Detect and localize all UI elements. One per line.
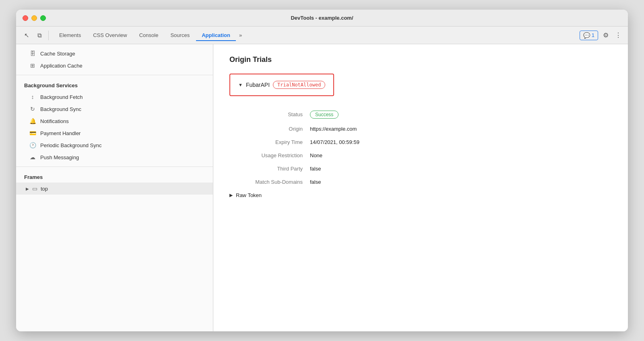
status-label: Status <box>229 111 310 117</box>
cursor-icon: ↖ <box>24 32 29 39</box>
origin-trial-block: ▼ FubarAPI TrialNotAllowed <box>229 74 334 96</box>
details-row-status: Status Success <box>229 111 612 119</box>
sidebar-item-payment-handler[interactable]: 💳 Payment Handler <box>16 127 213 139</box>
sidebar-item-background-sync[interactable]: ↻ Background Sync <box>16 103 213 115</box>
raw-token-row[interactable]: ▶ Raw Token <box>229 192 612 198</box>
tab-sources[interactable]: Sources <box>165 30 195 41</box>
sidebar-item-background-fetch[interactable]: ↕ Background Fetch <box>16 91 213 103</box>
frames-arrow-icon: ▶ <box>26 187 29 191</box>
device-toggle-button[interactable]: ⧉ <box>34 30 45 41</box>
traffic-lights <box>23 15 46 21</box>
chat-badge-button[interactable]: 💬 1 <box>580 31 598 40</box>
origin-value: https://example.com <box>310 126 357 132</box>
frames-top-label: top <box>41 186 48 192</box>
tab-application[interactable]: Application <box>196 30 236 41</box>
settings-icon[interactable]: ⚙ <box>601 30 610 41</box>
notifications-icon: 🔔 <box>29 118 36 124</box>
details-row-usage-restriction: Usage Restriction None <box>229 152 612 158</box>
more-options-icon[interactable]: ⋮ <box>613 30 623 41</box>
match-subdomains-label: Match Sub-Domains <box>229 179 310 185</box>
background-services-header: Background Services <box>16 78 213 91</box>
sidebar: 🗄 Cache Storage ⊞ Application Cache Back… <box>16 44 213 331</box>
expiry-label: Expiry Time <box>229 139 310 145</box>
usage-restriction-label: Usage Restriction <box>229 152 310 158</box>
sidebar-item-application-cache[interactable]: ⊞ Application Cache <box>16 60 213 72</box>
sidebar-item-label: Push Messaging <box>40 154 79 160</box>
details-table: Status Success Origin https://example.co… <box>229 111 612 198</box>
main-content: 🗄 Cache Storage ⊞ Application Cache Back… <box>16 44 628 331</box>
sidebar-item-push-messaging[interactable]: ☁ Push Messaging <box>16 151 213 163</box>
details-row-match-subdomains: Match Sub-Domains false <box>229 179 612 185</box>
payment-handler-icon: 💳 <box>29 130 36 136</box>
sidebar-item-label: Notifications <box>40 118 69 124</box>
content-panel: Origin Trials ▼ FubarAPI TrialNotAllowed… <box>213 44 628 331</box>
sidebar-item-label: Background Sync <box>40 106 81 112</box>
periodic-sync-icon: 🕐 <box>29 142 36 148</box>
usage-restriction-value: None <box>310 152 322 158</box>
cache-storage-icon: 🗄 <box>29 50 36 57</box>
third-party-value: false <box>310 166 321 172</box>
details-row-third-party: Third Party false <box>229 166 612 172</box>
origin-label: Origin <box>229 126 310 132</box>
more-tabs-button[interactable]: » <box>237 31 244 40</box>
tab-css-overview[interactable]: CSS Overview <box>87 30 133 41</box>
device-icon: ⧉ <box>37 32 42 39</box>
sidebar-item-frames-top[interactable]: ▶ ▭ top <box>16 183 213 195</box>
sidebar-item-label: Payment Handler <box>40 130 80 136</box>
background-fetch-icon: ↕ <box>29 94 36 100</box>
maximize-button[interactable] <box>40 15 46 21</box>
trial-not-allowed-badge: TrialNotAllowed <box>273 81 325 89</box>
frames-page-icon: ▭ <box>32 185 37 192</box>
trial-chevron-icon[interactable]: ▼ <box>238 82 243 87</box>
push-messaging-icon: ☁ <box>29 154 36 160</box>
toolbar-right: 💬 1 ⚙ ⋮ <box>580 30 623 41</box>
application-cache-icon: ⊞ <box>29 62 36 69</box>
status-success-badge: Success <box>310 111 339 119</box>
trial-header: ▼ FubarAPI TrialNotAllowed <box>238 81 325 89</box>
third-party-label: Third Party <box>229 166 310 172</box>
chat-icon: 💬 <box>583 32 590 39</box>
toolbar-divider <box>48 31 49 40</box>
sidebar-item-label: Periodic Background Sync <box>40 142 101 148</box>
raw-token-label: Raw Token <box>236 192 262 198</box>
window-title: DevTools - example.com/ <box>291 15 353 21</box>
minimize-button[interactable] <box>31 15 37 21</box>
details-row-origin: Origin https://example.com <box>229 126 612 132</box>
trial-name: FubarAPI <box>246 82 270 88</box>
sidebar-item-cache-storage[interactable]: 🗄 Cache Storage <box>16 47 213 60</box>
cursor-tool-button[interactable]: ↖ <box>21 30 32 41</box>
frames-header: Frames <box>16 170 213 183</box>
toolbar-tabs: Elements CSS Overview Console Sources Ap… <box>54 30 244 41</box>
sidebar-item-label: Background Fetch <box>40 94 83 100</box>
expiry-value: 14/07/2021, 00:59:59 <box>310 139 359 145</box>
titlebar: DevTools - example.com/ <box>16 10 628 27</box>
raw-token-chevron-icon: ▶ <box>229 193 233 198</box>
tab-elements[interactable]: Elements <box>54 30 87 41</box>
match-subdomains-value: false <box>310 179 321 185</box>
close-button[interactable] <box>23 15 28 21</box>
devtools-window: DevTools - example.com/ ↖ ⧉ Elements CSS… <box>16 10 628 331</box>
sidebar-item-label: Application Cache <box>40 63 83 69</box>
sidebar-item-notifications[interactable]: 🔔 Notifications <box>16 115 213 127</box>
sidebar-item-label: Cache Storage <box>40 51 75 57</box>
toolbar: ↖ ⧉ Elements CSS Overview Console Source… <box>16 27 628 44</box>
sidebar-item-periodic-background-sync[interactable]: 🕐 Periodic Background Sync <box>16 139 213 151</box>
details-row-expiry: Expiry Time 14/07/2021, 00:59:59 <box>229 139 612 145</box>
background-sync-icon: ↻ <box>29 106 36 112</box>
sidebar-divider-1 <box>16 75 213 75</box>
sidebar-divider-2 <box>16 166 213 167</box>
tab-console[interactable]: Console <box>134 30 164 41</box>
chat-count: 1 <box>592 32 594 38</box>
page-title: Origin Trials <box>229 55 612 64</box>
